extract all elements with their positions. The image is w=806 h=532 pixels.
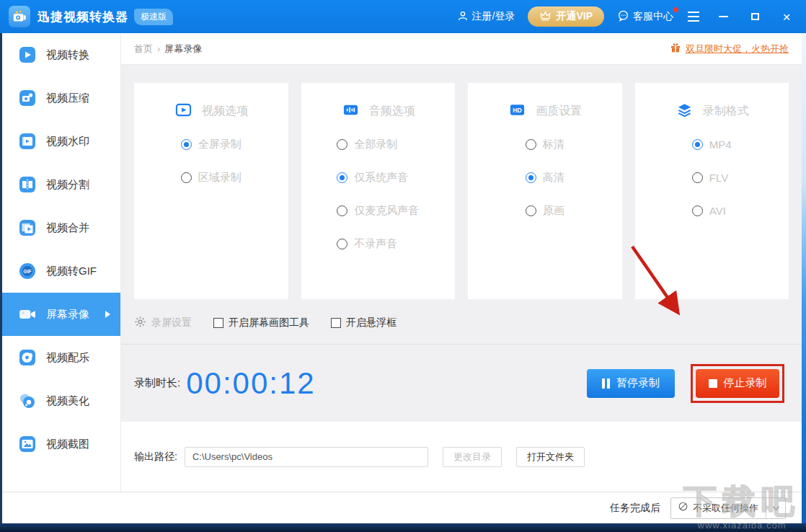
radio-icon	[526, 139, 536, 150]
login-button[interactable]: 注册/登录	[457, 10, 515, 24]
sidebar-item-video-watermark[interactable]: 视频水印	[2, 120, 120, 163]
sidebar-item-video-beautify[interactable]: 视频美化	[2, 379, 120, 422]
annotation-highlight-box: 停止录制	[691, 364, 784, 403]
record-format-icon	[675, 102, 694, 121]
breadcrumb-separator: ›	[157, 43, 160, 54]
settings-row: 录屏设置 开启屏幕画图工具 开启悬浮框	[134, 312, 789, 334]
video-beautify-icon	[18, 391, 37, 410]
panel-options: 全屏录制区域录制	[181, 138, 242, 185]
radio-option-quality-settings[interactable]: 高清	[526, 171, 564, 185]
app-logo-icon	[9, 6, 30, 27]
radio-option-quality-settings[interactable]: 标清	[526, 138, 564, 152]
sidebar-item-label: 视频转换	[46, 48, 89, 62]
enable-draw-tool-checkbox[interactable]: 开启屏幕画图工具	[213, 316, 309, 329]
checkbox-icon	[213, 318, 223, 328]
radio-option-label: 区域录制	[198, 171, 242, 185]
radio-icon	[692, 139, 703, 150]
radio-option-label: 全部录制	[354, 138, 397, 151]
radio-icon	[181, 139, 192, 150]
radio-option-audio-options[interactable]: 不录声音	[337, 237, 419, 252]
panel-options: MP4FLVAVI	[692, 138, 732, 218]
radio-option-label: 原画	[543, 204, 564, 218]
sidebar-item-video-split[interactable]: 视频分割	[2, 163, 120, 206]
titlebar: 迅捷视频转换器 极速版 注册/登录 开通	[0, 0, 806, 33]
radio-option-record-format[interactable]: FLV	[692, 171, 732, 185]
selected-action-label: 不采取任何操作	[693, 502, 758, 515]
output-path-label: 输出路径:	[134, 451, 177, 464]
output-path-input[interactable]	[185, 447, 428, 467]
radio-option-quality-settings[interactable]: 原画	[526, 204, 564, 218]
window-edge-left	[0, 33, 2, 523]
video-merge-icon	[18, 218, 37, 237]
sidebar-item-label: 视频压缩	[46, 92, 89, 105]
sidebar-item-screen-record[interactable]: 屏幕录像	[2, 293, 120, 336]
radio-option-audio-options[interactable]: 仅系统声音	[337, 171, 419, 185]
radio-option-label: 全屏录制	[198, 138, 242, 151]
sidebar-item-label: 屏幕录像	[46, 308, 89, 322]
panel-options: 全部录制仅系统声音仅麦克风声音不录声音	[337, 138, 419, 252]
no-action-icon	[678, 501, 688, 515]
window-edge-right	[802, 33, 806, 523]
radio-option-label: 标清	[543, 138, 564, 151]
maximize-button[interactable]	[745, 7, 764, 26]
quality-settings-icon: HD	[508, 102, 527, 121]
open-folder-button[interactable]: 打开文件夹	[516, 447, 585, 467]
sidebar-item-label: 视频合并	[46, 221, 89, 235]
sidebar-item-video-to-gif[interactable]: GIF视频转GIF	[2, 249, 120, 293]
user-icon	[457, 10, 469, 24]
sidebar: 视频转换视频压缩视频水印视频分割视频合并GIF视频转GIF屏幕录像视频配乐视频美…	[2, 33, 121, 492]
gear-icon	[134, 316, 146, 331]
panel-row: 视频选项全屏录制区域录制音频选项全部录制仅系统声音仅麦克风声音不录声音HD画质设…	[134, 83, 789, 299]
panel-video-options: 视频选项全屏录制区域录制	[134, 83, 288, 299]
radio-option-label: MP4	[709, 138, 732, 151]
caret-right-icon	[105, 311, 110, 318]
radio-option-label: 高清	[543, 171, 564, 185]
video-convert-icon	[18, 45, 37, 64]
breadcrumb-home[interactable]: 首页	[134, 43, 153, 56]
radio-icon	[526, 172, 536, 183]
menu-icon[interactable]	[686, 10, 701, 23]
app-window: 迅捷视频转换器 极速版 注册/登录 开通	[0, 0, 806, 532]
after-task-dropdown[interactable]: 不采取任何操作	[670, 497, 786, 519]
radio-option-audio-options[interactable]: 仅麦克风声音	[337, 204, 419, 218]
footer-bar: 任务完成后 不采取任何操作	[2, 492, 802, 523]
screen-record-icon	[18, 305, 37, 324]
panel-audio-options: 音频选项全部录制仅系统声音仅麦克风声音不录声音	[301, 83, 456, 299]
radio-option-video-options[interactable]: 区域录制	[181, 171, 242, 185]
chevron-down-icon	[766, 498, 785, 518]
stop-recording-button[interactable]: 停止录制	[696, 369, 779, 398]
vip-button[interactable]: 开通VIP	[528, 6, 604, 27]
video-screenshot-icon	[18, 435, 37, 453]
video-options-icon	[174, 102, 193, 121]
sidebar-item-label: 视频转GIF	[46, 265, 97, 278]
svg-text:HD: HD	[513, 107, 522, 114]
recording-status-bar: 录制时长: 00:00:12 暂停录制 停止录制	[121, 344, 802, 422]
radio-option-audio-options[interactable]: 全部录制	[337, 138, 419, 152]
audio-options-icon	[341, 102, 360, 121]
promo-link[interactable]: 双旦限时大促，火热开抢	[670, 42, 789, 56]
sidebar-item-video-convert[interactable]: 视频转换	[2, 33, 120, 76]
support-button[interactable]: 客服中心	[617, 9, 673, 24]
enable-float-box-checkbox[interactable]: 开启悬浮框	[331, 316, 397, 329]
sidebar-item-label: 视频分割	[46, 178, 89, 192]
gift-icon	[670, 42, 681, 56]
record-settings-button[interactable]: 录屏设置	[134, 316, 192, 331]
change-directory-button[interactable]: 更改目录	[443, 447, 502, 467]
radio-option-video-options[interactable]: 全屏录制	[181, 138, 242, 152]
sidebar-item-video-merge[interactable]: 视频合并	[2, 206, 120, 249]
checkbox-icon	[331, 318, 341, 328]
stop-icon	[709, 379, 717, 388]
radio-option-record-format[interactable]: MP4	[692, 138, 732, 152]
radio-option-record-format[interactable]: AVI	[692, 204, 732, 218]
radio-option-label: 仅系统声音	[354, 171, 408, 185]
sidebar-item-label: 视频美化	[46, 394, 89, 408]
options-section: 视频选项全屏录制区域录制音频选项全部录制仅系统声音仅麦克风声音不录声音HD画质设…	[121, 65, 802, 344]
sidebar-item-video-music[interactable]: 视频配乐	[2, 336, 120, 379]
close-button[interactable]: ×	[777, 7, 796, 26]
radio-icon	[337, 205, 347, 216]
sidebar-item-video-compress[interactable]: 视频压缩	[2, 76, 120, 120]
sidebar-item-video-screenshot[interactable]: 视频截图	[2, 422, 120, 466]
video-watermark-icon	[18, 132, 37, 151]
pause-recording-button[interactable]: 暂停录制	[587, 369, 675, 398]
minimize-button[interactable]	[714, 7, 732, 26]
